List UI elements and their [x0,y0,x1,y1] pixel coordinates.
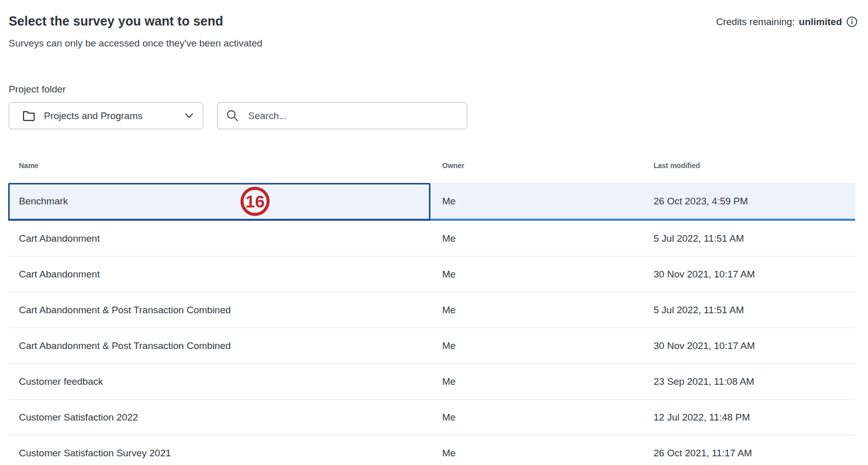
survey-last-modified: 23 Sep 2021, 11:08 AM [654,376,855,387]
survey-table: Name Owner Last modified Benchmark Me 26… [8,159,855,465]
survey-name: Cart Abandonment [8,233,442,244]
table-row[interactable]: Cart Abandonment Me 5 Jul 2022, 11:51 AM [8,221,855,257]
survey-owner: Me [442,376,654,387]
table-row[interactable]: Cart Abandonment Me 30 Nov 2021, 10:17 A… [8,257,855,292]
column-header-last-modified[interactable]: Last modified [654,161,855,170]
project-folder-dropdown[interactable]: Projects and Programs [9,102,203,129]
table-header: Name Owner Last modified [8,159,855,172]
survey-owner: Me [442,340,654,352]
survey-owner: Me [442,305,654,316]
credits-label: Credits remaining: [716,16,794,28]
page-header: Select the survey you want to send Credi… [0,0,868,29]
survey-last-modified: 12 Jul 2022, 11:48 PM [654,412,855,423]
survey-last-modified: 30 Nov 2021, 10:17 AM [654,340,855,352]
page-subtitle: Surveys can only be accessed once they'v… [9,38,868,49]
survey-name: Customer Satisfaction 2022 [8,412,442,423]
project-folder-label: Project folder [9,84,868,95]
credits-remaining: Credits remaining: unlimited [716,16,858,28]
table-row[interactable]: Customer Satisfaction Survey 2021 Me 26 … [8,435,855,465]
survey-owner: Me [442,269,654,280]
table-row[interactable]: Cart Abandonment & Post Transaction Comb… [8,328,855,364]
search-box[interactable] [217,102,467,129]
survey-last-modified: 30 Nov 2021, 10:17 AM [654,269,855,280]
survey-last-modified: 5 Jul 2022, 11:51 AM [654,233,855,244]
table-body: Benchmark Me 26 Oct 2023, 4:59 PM 16 Car… [8,183,855,465]
survey-owner: Me [442,448,654,459]
folder-icon [22,110,35,121]
page-title: Select the survey you want to send [9,14,223,29]
survey-name: Benchmark [8,196,442,207]
survey-name: Customer Satisfaction Survey 2021 [8,448,442,459]
column-header-name[interactable]: Name [8,161,442,170]
table-row[interactable]: Cart Abandonment & Post Transaction Comb… [8,292,855,328]
survey-last-modified: 26 Oct 2023, 4:59 PM [654,196,855,207]
info-icon[interactable] [846,16,858,28]
project-folder-selected: Projects and Programs [44,110,185,122]
survey-name: Cart Abandonment [8,269,442,280]
search-input[interactable] [247,110,460,122]
survey-last-modified: 5 Jul 2022, 11:51 AM [654,305,855,316]
survey-owner: Me [442,233,654,244]
table-row[interactable]: Customer feedback Me 23 Sep 2021, 11:08 … [8,364,855,400]
survey-owner: Me [442,196,654,207]
survey-name: Cart Abandonment & Post Transaction Comb… [8,305,442,316]
chevron-down-icon [185,113,194,119]
survey-last-modified: 26 Oct 2021, 11:17 AM [654,448,855,459]
table-row[interactable]: Customer Satisfaction 2022 Me 12 Jul 202… [8,400,855,435]
survey-name: Cart Abandonment & Post Transaction Comb… [8,340,442,352]
table-row-benchmark[interactable]: Benchmark Me 26 Oct 2023, 4:59 PM 16 [8,183,855,221]
column-header-owner[interactable]: Owner [442,161,654,170]
survey-name: Customer feedback [8,376,442,387]
controls-row: Projects and Programs [9,102,868,129]
survey-owner: Me [442,412,654,423]
search-icon [226,109,239,123]
credits-value: unlimited [799,16,842,28]
